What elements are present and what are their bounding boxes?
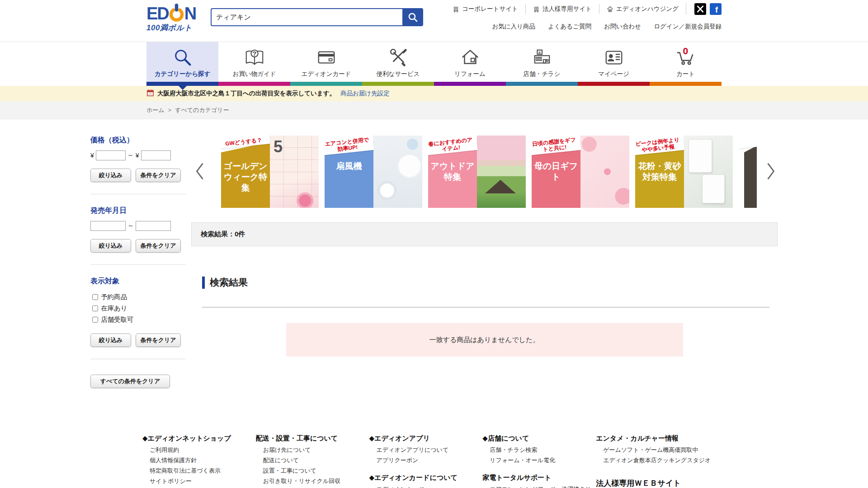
header-sub-link-4[interactable]: ログイン／新規会員登録 [654,23,722,31]
delivery-address-link[interactable]: 商品お届け先設定 [340,89,390,98]
footer-link[interactable]: エディオン倉敷本店クッキングスタジオ [596,455,721,465]
nav-item-service[interactable]: 便利なサービス [362,42,434,86]
target-option-2[interactable]: 在庫あり [90,303,186,314]
results-content: GWどうする？ゴールデンウィーク特集5エアコンと併用で効率UP!扇風機春におすす… [191,136,778,357]
breadcrumb-item-1[interactable]: ホーム [146,107,165,113]
footer-link[interactable]: ご利用規約 [142,445,251,455]
footer-heading: ◆店舗について [482,434,591,443]
svg-text:f: f [715,5,718,14]
price-filter-button[interactable]: 絞り込み [90,169,131,182]
price-min-input[interactable] [96,150,126,160]
nav-color-bar [578,82,650,86]
checkbox[interactable] [92,294,98,300]
release-to-input[interactable] [136,221,171,231]
header-links: コーポレートサイト法人様専用サイトエディオンハウジングf お気に入り商品よくある… [445,0,722,31]
header-link-2[interactable]: 法人様専用サイト [525,4,599,14]
divider [90,194,186,194]
footer-link[interactable]: 設置・工事について [256,465,365,476]
footer-link[interactable]: リフォーム・オール電化 [482,455,591,465]
carousel-next-button[interactable] [764,160,778,183]
footer-link[interactable]: アプリクーポン [369,455,478,465]
footer-block: エンタメ・カルチャー情報ゲームソフト・ゲーム機高価買取中エディオン倉敷本店クッキ… [596,434,721,465]
search-input[interactable] [211,8,402,26]
promo-banner-1[interactable]: GWどうする？ゴールデンウィーク特集5 [221,136,319,208]
header-sub-link-2[interactable]: よくあるご質問 [548,23,591,31]
banner-photo [477,136,526,208]
footer-link[interactable]: 配送について [256,455,365,465]
checkbox[interactable] [92,317,98,323]
footer-block: ◆エディオンアプリエディオンアプリについてアプリクーポン [369,434,478,465]
banner-color-block [744,142,757,208]
release-from-input[interactable] [90,221,126,231]
nav-item-reform[interactable]: リフォーム [434,42,506,86]
cart-count-badge: 0 [683,46,689,56]
no-results-message: 一致する商品はありませんでした。 [286,323,683,357]
search-bar [211,8,423,26]
price-clear-button[interactable]: 条件をクリア [136,169,181,182]
footer-link[interactable]: エディオンカード [369,484,478,488]
footer-link[interactable]: サイトポリシー [142,476,251,486]
banner-ribbon: 帰 [739,136,757,149]
target-option-3[interactable]: 店舗受取可 [90,314,186,325]
banner-photo [684,136,733,208]
result-count-bar: 検索結果：0件 [191,222,778,246]
banner-title: ゴールデンウィーク特集 [221,161,270,193]
header-link-3[interactable]: エディオンハウジング [599,4,686,14]
footer-link[interactable]: メーカーからの重要なお知らせ [142,486,251,488]
footer-heading: ◆エディオンアプリ [369,434,478,443]
promo-banner-3[interactable]: 春におすすめのアイテム!アウトドア特集 [428,136,526,208]
release-range-row: ～ [90,221,186,231]
edion-logo[interactable]: ED N 100満ボルト [146,3,196,33]
header-link-1[interactable]: コーポレートサイト [445,4,525,14]
nav-item-store[interactable]: E店舗・チラシ [506,42,578,86]
target-filter-button[interactable]: 絞り込み [90,333,131,347]
banner-title: アウトドア特集 [428,161,477,183]
footer-block: ◆エディオンネットショップご利用規約個人情報保護方針特定商取引法に基づく表示サイ… [142,434,251,488]
footer-column-2: 配送・設置・工事についてお届け先について配送について設置・工事についてお引き取り… [256,426,369,488]
chevron-left-icon [194,161,206,182]
x-icon[interactable] [694,3,706,15]
promo-banner-5[interactable]: ピークは例年よりやや多い予報花粉・黄砂対策特集 [635,136,733,208]
header-sub-link-1[interactable]: お気に入り商品 [492,23,535,31]
search-icon [407,12,418,23]
release-clear-button[interactable]: 条件をクリア [136,239,181,253]
footer-link[interactable]: ゲームソフト・ゲーム機高価買取中 [596,445,721,455]
main-navigation: カテゴリーから探す?お買い物ガイドエディオンカード便利なサービスリフォームE店舗… [0,42,868,86]
footer-link[interactable]: エアコン・レンジフード・洗濯槽クリーニングサービス [482,484,591,488]
footer-link[interactable]: 個人情報保護方針 [142,455,251,465]
footer-link[interactable]: お届け先について [256,445,365,455]
footer-link[interactable]: エディオンアプリについて [369,445,478,455]
release-filter-button[interactable]: 絞り込み [90,239,131,253]
footer-link[interactable]: お引き取り・リサイクル回収 [256,476,365,486]
footer-block: 法人様専用ＷＥＢサイト [596,478,721,488]
nav-item-cart[interactable]: 0カート [650,42,722,86]
checkbox[interactable] [92,305,98,311]
target-option-1[interactable]: 予約商品 [90,291,186,303]
clear-all-filters-button[interactable]: すべての条件をクリア [90,375,170,388]
credit-card-icon [290,47,362,69]
header-sub-link-3[interactable]: お問い合わせ [604,23,641,31]
banner-title: 母の日ギフト [532,161,580,183]
price-max-input[interactable] [141,150,171,160]
logo-subtitle: 100満ボルト [146,23,196,33]
target-clear-button[interactable]: 条件をクリア [136,333,181,347]
nav-color-bar [362,82,434,86]
svg-text:E: E [538,51,541,55]
promo-banner-4[interactable]: 日頃の感謝をギフトと共に!母の日ギフト [532,136,629,208]
facebook-icon[interactable]: f [710,3,722,15]
power-icon [169,3,184,23]
nav-item-category[interactable]: カテゴリーから探す [146,42,218,86]
footer-link[interactable]: 店舗・チラシ検索 [482,445,591,455]
footer-link[interactable]: 特定商取引法に基づく表示 [142,465,251,476]
promo-banner-2[interactable]: エアコンと併用で効率UP!扇風機 [325,136,422,208]
nav-item-mypage[interactable]: マイページ [578,42,650,86]
search-button[interactable] [402,8,423,26]
promo-banner-6[interactable]: 帰 [739,136,757,208]
carousel-prev-button[interactable] [193,160,207,183]
footer-heading[interactable]: 法人様専用ＷＥＢサイト [596,478,721,488]
nav-item-guide[interactable]: ?お買い物ガイド [218,42,290,86]
nav-item-card[interactable]: エディオンカード [290,42,362,86]
footer-heading: ◆エディオンカードについて [369,474,478,482]
calendar-icon [146,89,154,98]
banner-photo: 5 [270,136,319,208]
